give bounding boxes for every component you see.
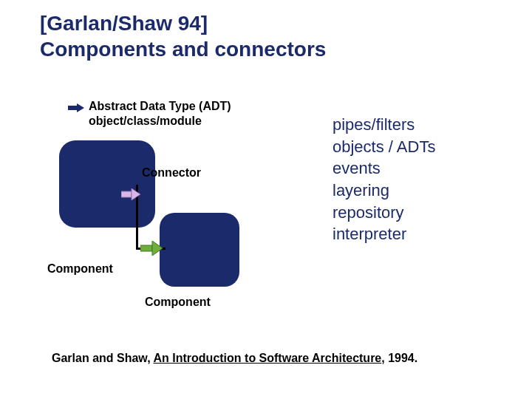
svg-rect-0 [68,106,77,110]
citation: Garlan and Shaw, An Introduction to Soft… [52,352,417,365]
title-line-1: [Garlan/Shaw 94] [40,12,208,35]
list-item: events [332,157,435,180]
component-box-1 [59,140,155,228]
list-item: layering [332,180,435,202]
bullet-arrow-icon [68,103,84,112]
svg-marker-1 [77,103,84,112]
svg-marker-3 [132,188,140,200]
adt-line-1: Abstract Data Type (ADT) [89,100,231,112]
component-box-2 [160,213,239,287]
svg-rect-2 [121,191,132,197]
svg-marker-5 [152,241,163,256]
connector-label: Connector [142,166,201,180]
architecture-styles-list: pipes/filters objects / ADTs events laye… [332,114,435,245]
adt-line-2: object/class/module [89,115,202,127]
slide: [Garlan/Shaw 94] Components and connecto… [0,0,532,399]
list-item: objects / ADTs [332,136,435,158]
connector-arrow-icon [121,188,140,200]
list-item: repository [332,202,435,224]
citation-title: An Introduction to Software Architecture [154,352,382,364]
component-1-label: Component [47,262,113,276]
list-item: interpreter [332,223,435,245]
citation-prefix: Garlan and Shaw, [52,352,154,364]
svg-rect-4 [140,245,152,251]
citation-suffix: , 1994. [381,352,417,364]
component-2-label: Component [145,296,211,309]
list-item: pipes/filters [332,114,435,136]
slide-title: [Garlan/Shaw 94] Components and connecto… [40,10,326,62]
adt-label: Abstract Data Type (ADT) object/class/mo… [89,99,231,129]
title-line-2: Components and connectors [40,38,326,61]
edge-arrow-icon [140,241,163,256]
